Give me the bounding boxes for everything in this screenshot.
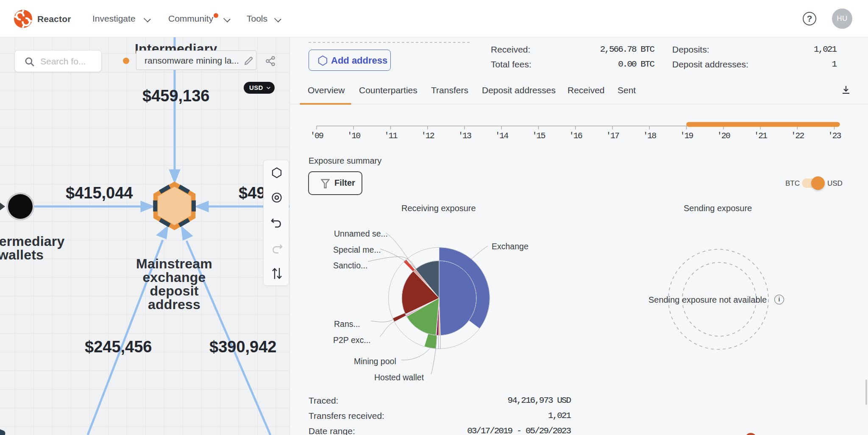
svg-text:'17: '17 bbox=[606, 131, 619, 141]
svg-text:'19: '19 bbox=[680, 131, 693, 141]
svg-text:'14: '14 bbox=[495, 131, 508, 141]
svg-text:'21: '21 bbox=[754, 131, 768, 141]
svg-text:'20: '20 bbox=[717, 131, 730, 141]
svg-text:'16: '16 bbox=[569, 131, 582, 141]
svg-text:'15: '15 bbox=[532, 131, 545, 141]
svg-text:'12: '12 bbox=[421, 131, 434, 141]
svg-text:'11: '11 bbox=[384, 131, 398, 141]
svg-text:'09: '09 bbox=[310, 131, 323, 141]
svg-text:'18: '18 bbox=[643, 131, 656, 141]
svg-text:'23: '23 bbox=[828, 131, 841, 141]
svg-text:'22: '22 bbox=[791, 131, 804, 141]
svg-text:'13: '13 bbox=[458, 131, 471, 141]
svg-text:'10: '10 bbox=[347, 131, 360, 141]
